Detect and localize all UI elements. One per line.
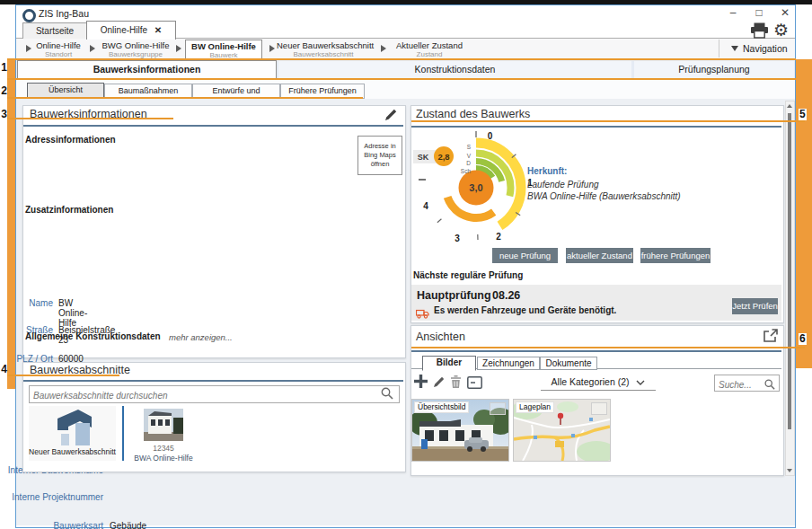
condition-gauge: SK 2,8 3,0 S V D Sch 0 1 2 3 4 (411, 128, 546, 249)
svg-text:S: S (467, 144, 472, 150)
field-value: Gebäude (110, 521, 146, 529)
next-inspection-name: Hauptprüfung (417, 289, 491, 302)
field-label: Bauwerksart (0, 521, 103, 529)
new-section-tile[interactable]: Neuer Bauwerksabschnitt (29, 406, 116, 461)
annotation-marker-2: 2 (0, 84, 8, 97)
scroll-up-arrow[interactable] (787, 104, 792, 108)
sections-search-input[interactable] (30, 388, 406, 404)
svg-text:0: 0 (488, 131, 493, 141)
previous-inspections-button[interactable]: frühere Prüfungen (640, 248, 710, 263)
annotation-marker-3: 3 (0, 108, 8, 120)
breadcrumb-item-zustand[interactable]: Aktueller Zustand Zustand (390, 40, 469, 58)
views-tab-bilder[interactable]: Bilder (422, 356, 476, 371)
more-link[interactable]: mehr anzeigen... (169, 332, 233, 342)
svg-text:2: 2 (496, 232, 501, 242)
next-inspection-header: Nächste reguläre Prüfung (413, 270, 523, 280)
navigation-button[interactable]: Navigation (743, 43, 788, 54)
scrollbar-thumb[interactable] (788, 113, 791, 429)
panel-header-divider (411, 126, 781, 128)
annotation-line-3 (7, 118, 173, 119)
category-filter-dropdown[interactable]: Alle Kategorien (2) (541, 376, 656, 391)
breadcrumb-separator (719, 40, 719, 57)
search-icon (381, 387, 393, 403)
origin-line1: Laufende Prüfung (527, 179, 599, 190)
tile-divider (122, 406, 124, 461)
panel-title-ansichten: Ansichten (416, 331, 465, 343)
inspect-now-button[interactable]: Jetzt Prüfen (732, 298, 778, 314)
next-inspection-date: 08.26 (492, 289, 520, 302)
thumbnail-checkbox[interactable] (490, 402, 506, 415)
breadcrumb-arrow-icon (176, 45, 181, 52)
thumbnail-lageplan[interactable]: Lageplan (513, 399, 611, 462)
annotation-line-2 (7, 97, 363, 99)
breadcrumb-item-bauwerksabschnitt[interactable]: Neuer Bauwerksabschnitt Bauwerksabschnit… (277, 40, 370, 58)
window-title: ZIS Ing-Bau (39, 8, 89, 19)
panel-title-zustand: Zustand des Bauwerks (416, 108, 530, 120)
section-photo-thumbnail (144, 409, 183, 441)
annotation-line-1-bottom (7, 78, 796, 80)
breadcrumb-item-standort[interactable]: Online-Hilfe Standort (31, 40, 86, 58)
settings-gear-icon[interactable]: ⚙ (773, 21, 789, 39)
truck-icon (416, 306, 429, 322)
panel-header-divider (411, 350, 781, 352)
expand-icon[interactable] (763, 329, 778, 347)
new-section-building-icon (54, 409, 93, 445)
search-icon (764, 377, 775, 393)
breadcrumb-arrow-icon (90, 45, 95, 52)
group-header-konstruktionsdaten: Allgemeine Konstruktionsdaten (25, 331, 161, 341)
open-bing-maps-button[interactable]: Adresse in Bing Maps öffnen (357, 136, 402, 175)
annotation-band-left (7, 59, 15, 389)
thumbnail-checkbox[interactable] (591, 402, 607, 415)
main-tab-pruefungsplanung[interactable]: Prüfungsplanung (634, 61, 794, 78)
views-tab-zeichnungen[interactable]: Zeichnungen (477, 357, 540, 370)
svg-text:3: 3 (455, 234, 460, 243)
origin-line2: BWA Online-Hilfe (Bauwerksabschnitt) (527, 190, 681, 202)
svg-text:V: V (467, 153, 472, 159)
next-inspection-note: Es werden Fahrzeuge und Geräte benötigt. (434, 305, 616, 315)
views-search-input[interactable] (715, 377, 786, 392)
close-window-button[interactable]: ✕ (776, 6, 794, 20)
svg-text:D: D (466, 160, 471, 166)
annotation-marker-4: 4 (0, 363, 8, 375)
breadcrumb-item-bauwerk-active[interactable]: BW Online-Hilfe Bauwerk (185, 40, 262, 59)
category-box-icon[interactable] (467, 376, 482, 392)
views-tab-dokumente[interactable]: Dokumente (540, 357, 597, 370)
breadcrumb-arrow-icon (381, 45, 386, 52)
panel-header-divider (23, 125, 403, 127)
tab-online-hilfe[interactable]: Online-Hilfe ✕ (86, 21, 176, 40)
vertical-scrollbar[interactable] (785, 101, 795, 476)
svg-text:SK: SK (418, 153, 429, 162)
scroll-down-arrow[interactable] (787, 469, 792, 472)
group-header-adressinformationen: Adressinformationen (25, 135, 116, 145)
origin-label: Herkunft: (527, 166, 567, 176)
current-condition-button[interactable]: aktueller Zustand (566, 248, 633, 263)
screen: ZIS Ing-Bau – □ ✕ Startseite Online-Hilf… (0, 0, 812, 529)
close-tab-icon[interactable]: ✕ (154, 25, 162, 35)
thumbnail-label: Lageplan (516, 401, 554, 413)
main-tab-konstruktionsdaten[interactable]: Konstruktionsdaten (278, 61, 631, 78)
edit-pencil-icon[interactable] (384, 108, 398, 125)
field-label: Interne Projektnummer (0, 492, 103, 502)
annotation-marker-6: 6 (799, 333, 807, 345)
tab-startseite[interactable]: Startseite (22, 22, 87, 40)
svg-text:3,0: 3,0 (469, 182, 482, 193)
annotation-line-4 (7, 375, 119, 376)
svg-text:Sch: Sch (461, 168, 472, 174)
sections-search-field[interactable] (29, 385, 400, 403)
main-tab-bauwerksinformationen[interactable]: Bauwerksinformationen (17, 60, 277, 79)
annotation-marker-5: 5 (799, 109, 807, 120)
add-image-icon[interactable] (414, 375, 428, 392)
maximize-button[interactable]: □ (750, 6, 768, 20)
annotation-line-6 (411, 347, 805, 348)
edit-image-pencil-icon[interactable] (433, 375, 446, 392)
minimize-button[interactable]: – (724, 6, 742, 20)
new-inspection-button[interactable]: neue Prüfung (492, 248, 558, 263)
chevron-down-icon (636, 380, 645, 385)
group-header-zusatzinformationen: Zusatzinformationen (25, 205, 113, 215)
svg-text:2,8: 2,8 (437, 152, 449, 162)
breadcrumb-item-bauwerksgruppe[interactable]: BWG Online-Hilfe Bauwerksgruppe (99, 40, 172, 58)
svg-text:4: 4 (423, 201, 428, 211)
field-value: BW Online-Hilfe (58, 298, 87, 328)
thumbnail-uebersichtsbild[interactable]: Übersichtsbild (411, 399, 509, 462)
delete-image-trash-icon[interactable] (450, 375, 462, 392)
